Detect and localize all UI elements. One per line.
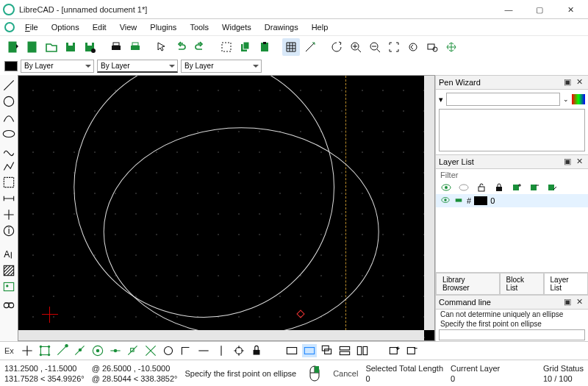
print-button[interactable] (107, 38, 125, 56)
layer-list-area[interactable] (436, 207, 588, 272)
spline-tool-icon[interactable] (1, 143, 16, 156)
menu-widgets[interactable]: Widgets (216, 21, 257, 33)
close-button[interactable]: ✕ (556, 1, 585, 18)
minimize-button[interactable]: — (494, 1, 523, 18)
remove-view-icon[interactable] (405, 344, 420, 357)
add-layer-icon[interactable] (511, 182, 523, 193)
close-icon[interactable]: ✕ (573, 296, 585, 308)
cascade-icon[interactable] (320, 344, 334, 357)
linewidth-combo[interactable]: By Layer (97, 60, 178, 73)
cut-button[interactable] (218, 38, 235, 56)
color-picker-icon[interactable] (572, 94, 585, 104)
add-view-icon[interactable] (387, 344, 402, 357)
copy-button[interactable] (237, 38, 254, 56)
pointer-button[interactable] (153, 38, 171, 56)
zoom-pan-button[interactable] (442, 38, 460, 56)
snap-middle-icon[interactable] (108, 344, 123, 357)
close-icon[interactable]: ✕ (573, 156, 585, 168)
info-tool-icon[interactable]: i (1, 224, 16, 237)
save-button[interactable] (62, 38, 79, 56)
command-input[interactable] (439, 329, 585, 340)
menu-plugins[interactable]: Plugins (144, 21, 182, 33)
menu-file[interactable]: FFileile (19, 21, 44, 33)
undock-icon[interactable]: ▣ (562, 296, 573, 308)
new-button[interactable] (4, 38, 22, 56)
snap-center-icon[interactable] (90, 344, 105, 357)
image-tool-icon[interactable] (1, 279, 16, 293)
menu-drawings[interactable]: Drawings (259, 21, 304, 33)
tab-layer-list[interactable]: Layer List (544, 273, 588, 294)
undock-icon[interactable]: ▣ (562, 156, 573, 168)
layer-color-swatch[interactable] (474, 196, 487, 205)
polyline-tool-icon[interactable] (1, 159, 16, 172)
menu-edit[interactable]: Edit (87, 21, 112, 33)
tile-v-icon[interactable] (355, 344, 370, 357)
zoom-auto-button[interactable] (385, 38, 403, 56)
line-tool-icon[interactable] (1, 78, 16, 91)
menu-tools[interactable]: Tools (184, 21, 215, 33)
new-doc-button[interactable] (24, 38, 41, 56)
snap-endpoint-icon[interactable] (55, 344, 70, 357)
restrict-orthogonal-icon[interactable] (179, 344, 193, 357)
snap-distance-icon[interactable] (126, 344, 140, 357)
ex-label[interactable]: Ex (4, 346, 14, 355)
zoom-prev-button[interactable] (404, 38, 422, 56)
block-tool-icon[interactable] (1, 296, 16, 309)
linetype-combo[interactable]: By Layer (181, 60, 262, 73)
tab-mode-icon[interactable] (284, 344, 299, 357)
relative-zero-icon[interactable] (232, 344, 246, 357)
select-tool-icon[interactable] (1, 175, 16, 188)
zoom-out-button[interactable] (366, 38, 384, 56)
dimension-tool-icon[interactable] (1, 191, 16, 204)
tab-mode-active-icon[interactable] (302, 344, 317, 357)
undock-icon[interactable]: ▣ (562, 76, 573, 88)
lock-icon[interactable] (493, 182, 505, 193)
grid-button[interactable] (282, 38, 300, 56)
menu-help[interactable]: Help (306, 21, 334, 33)
color-swatch[interactable] (4, 61, 18, 71)
zoom-redraw-button[interactable] (328, 38, 345, 56)
restrict-horizontal-icon[interactable] (196, 344, 211, 357)
canvas-scrollbar-horizontal[interactable] (18, 330, 424, 340)
lock-relative-zero-icon[interactable] (249, 344, 264, 357)
tab-block-list[interactable]: Block List (500, 273, 544, 294)
close-icon[interactable]: ✕ (573, 76, 585, 88)
eye-off-icon[interactable] (458, 182, 470, 193)
remove-layer-icon[interactable] (528, 182, 540, 193)
snap-free-icon[interactable] (20, 344, 35, 357)
tile-h-icon[interactable] (337, 344, 352, 357)
eye-icon[interactable] (440, 182, 452, 193)
redo-button[interactable] (191, 38, 209, 56)
zoom-window-button[interactable] (423, 38, 441, 56)
command-line-header[interactable]: Command line ▣ ✕ (436, 295, 588, 310)
pen-combo[interactable] (446, 93, 560, 106)
maximize-button[interactable]: ▢ (525, 1, 554, 18)
paste-button[interactable] (256, 38, 273, 56)
hatch-tool-icon[interactable] (1, 263, 16, 276)
pen-wizard-header[interactable]: Pen Wizard ▣ ✕ (436, 75, 588, 90)
menu-options[interactable]: Options (46, 21, 85, 33)
print-icon[interactable] (453, 196, 464, 206)
modify-tool-icon[interactable] (1, 207, 16, 221)
ellipse-tool-icon[interactable] (1, 126, 16, 140)
canvas-scrollbar-vertical[interactable] (424, 76, 434, 330)
drawing-canvas[interactable] (18, 75, 435, 341)
zoom-in-button[interactable] (347, 38, 365, 56)
print-preview-button[interactable] (126, 38, 144, 56)
layer-row-0[interactable]: # 0 (436, 194, 588, 207)
lock-open-icon[interactable] (476, 182, 487, 193)
restrict-nothing-icon[interactable] (161, 344, 176, 357)
undo-button[interactable] (172, 38, 190, 56)
restrict-vertical-icon[interactable] (214, 344, 229, 357)
draft-button[interactable] (301, 38, 319, 56)
menu-view[interactable]: View (114, 21, 143, 33)
open-button[interactable] (43, 38, 60, 56)
curve-tool-icon[interactable] (1, 110, 16, 124)
eye-icon[interactable] (440, 196, 451, 206)
chevron-down-icon[interactable]: ⌄ (563, 96, 569, 103)
color-combo[interactable]: By Layer (21, 60, 94, 73)
save-as-button[interactable] (81, 38, 98, 56)
tab-library-browser[interactable]: Library Browser (436, 273, 500, 294)
snap-grid-icon[interactable] (37, 344, 52, 357)
layer-list-header[interactable]: Layer List ▣ ✕ (436, 154, 588, 169)
